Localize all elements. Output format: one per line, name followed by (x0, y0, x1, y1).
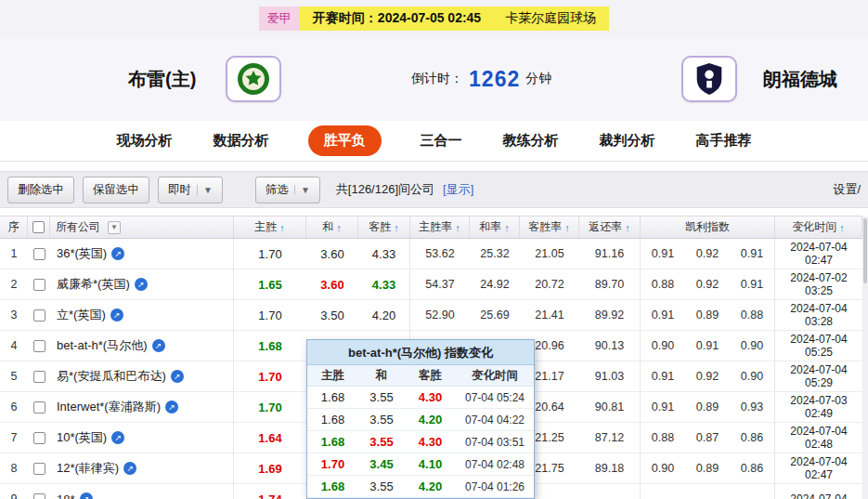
popup-away-odds: 4.30 (405, 387, 456, 408)
home-rate: 54.37 (410, 269, 470, 299)
row-index: 3 (0, 300, 28, 330)
settings-link[interactable]: 设置/ (833, 181, 861, 198)
keep-selected-button[interactable]: 保留选中 (83, 177, 149, 204)
filter-dropdown[interactable]: 筛选 ▼ (255, 177, 320, 204)
company-name[interactable]: Interwet*(塞浦路斯) (57, 399, 161, 415)
home-odds: 1.65 (234, 269, 306, 299)
odds-trend-icon[interactable]: ↗ (110, 309, 123, 322)
scrollbar-thumb[interactable] (863, 218, 867, 283)
change-time: 2024-07-0302:49 (775, 392, 862, 422)
col-home-rate[interactable]: 主胜率↑ (410, 217, 470, 238)
col-away-rate[interactable]: 客胜率↑ (520, 217, 579, 238)
row-index: 4 (0, 331, 28, 361)
col-away-odds[interactable]: 客胜↑ (358, 217, 410, 238)
row-index: 5 (0, 361, 28, 391)
return-rate: 90.13 (579, 331, 641, 361)
return-rate: 91.16 (579, 239, 641, 269)
odds-trend-icon[interactable]: ↗ (111, 431, 124, 444)
row-index: 1 (0, 239, 28, 269)
row-index: 6 (0, 392, 28, 422)
tab-win-draw-lose[interactable]: 胜平负 (308, 125, 382, 156)
tab-data-analysis[interactable]: 数据分析 (212, 125, 271, 156)
draw-rate: 25.32 (470, 239, 520, 269)
row-checkbox[interactable] (33, 432, 45, 444)
return-rate: 91.03 (579, 361, 641, 391)
sort-asc-icon: ↑ (625, 222, 630, 233)
kelly-home: 0.90 (641, 331, 685, 361)
table-row[interactable]: 3 立*(英国)↗ 1.70 3.50 4.20 52.90 25.69 21.… (0, 300, 862, 331)
row-checkbox[interactable] (33, 463, 45, 475)
popup-away-odds: 4.10 (405, 453, 456, 475)
tab-coach-analysis[interactable]: 教练分析 (501, 125, 561, 156)
popup-change-time: 07-04 05:24 (456, 387, 534, 408)
company-name[interactable]: 18* (57, 492, 75, 499)
company-name[interactable]: 易*(安提瓜和巴布达) (57, 368, 166, 385)
kelly-home: 0.91 (641, 239, 685, 269)
row-index: 9 (0, 484, 28, 499)
toolbar: 删除选中 保留选中 即时 ▼ 筛选 ▼ 共[126/126]间公司 [显示] 设… (0, 171, 868, 208)
tab-expert-picks[interactable]: 高手推荐 (694, 125, 754, 156)
instant-dropdown[interactable]: 即时 ▼ (158, 177, 223, 204)
tab-three-in-one[interactable]: 三合一 (419, 125, 464, 156)
show-link[interactable]: [显示] (443, 181, 473, 198)
row-checkbox[interactable] (33, 309, 45, 322)
delete-selected-button[interactable]: 删除选中 (7, 177, 74, 204)
home-odds: 1.70 (234, 239, 306, 269)
odds-trend-icon[interactable]: ↗ (135, 278, 148, 291)
col-draw-odds[interactable]: 和↑ (306, 217, 358, 238)
tab-live-analysis[interactable]: 现场分析 (115, 125, 175, 156)
odds-trend-icon[interactable]: ↗ (123, 462, 136, 475)
row-checkbox[interactable] (33, 493, 45, 499)
kelly-away: 0.88 (730, 300, 775, 330)
away-team-name: 朗福德城 (763, 67, 837, 92)
kelly-home: 0.88 (641, 423, 685, 453)
col-draw-rate[interactable]: 和率↑ (470, 217, 520, 238)
kelly-home: 0.91 (641, 361, 685, 391)
countdown-label: 倒计时： (411, 71, 463, 87)
row-checkbox[interactable] (33, 248, 45, 260)
company-name[interactable]: 10*(英国) (57, 429, 107, 446)
return-rate: 89.18 (579, 453, 641, 483)
col-return-rate[interactable]: 返还率↑ (579, 217, 641, 238)
company-name[interactable]: bet-at-h*(马尔他) (57, 337, 148, 354)
kelly-away: 0.91 (730, 239, 775, 269)
odds-trend-icon[interactable]: ↗ (165, 401, 178, 414)
company-name[interactable]: 36*(英国) (57, 245, 107, 262)
company-name[interactable]: 威廉希*(英国) (57, 276, 130, 293)
popup-change-time: 07-04 01:26 (456, 476, 534, 497)
col-kelly-index[interactable]: 凯利指数 (641, 217, 775, 238)
select-all-checkbox[interactable] (32, 221, 45, 233)
popup-col-time: 变化时间 (456, 365, 534, 386)
odds-trend-icon[interactable]: ↗ (171, 370, 184, 383)
home-odds: 1.70 (234, 361, 306, 391)
odds-trend-icon[interactable]: ↗ (152, 339, 165, 352)
vertical-scrollbar[interactable] (862, 217, 868, 499)
popup-row: 1.68 3.55 4.30 07-04 05:24 (307, 387, 534, 409)
row-checkbox[interactable] (33, 401, 45, 414)
col-company[interactable]: 所有公司▼ (50, 217, 234, 238)
match-header: 布雷(主) 倒计时： 1262 分钟 朗福德城 (0, 37, 868, 121)
popup-draw-odds: 3.55 (358, 387, 405, 408)
company-filter-icon[interactable]: ▼ (108, 221, 121, 234)
odds-trend-icon[interactable]: ↗ (111, 247, 124, 260)
kelly-away: 0.93 (730, 392, 775, 422)
home-odds: 1.69 (234, 453, 306, 483)
home-odds: 1.74 (234, 484, 306, 499)
col-change-time[interactable]: 变化时间↑ (775, 217, 862, 238)
countdown-value: 1262 (469, 67, 520, 92)
row-checkbox[interactable] (33, 371, 45, 383)
away-team-logo (681, 56, 737, 102)
row-checkbox[interactable] (33, 340, 45, 352)
table-row[interactable]: 1 36*(英国)↗ 1.70 3.60 4.33 53.62 25.32 21… (0, 239, 862, 269)
company-name[interactable]: 12*(菲律宾) (57, 460, 119, 477)
home-team-logo (226, 56, 281, 102)
row-checkbox[interactable] (33, 279, 45, 291)
company-name[interactable]: 立*(英国) (57, 307, 106, 323)
col-home-odds[interactable]: 主胜↑ (234, 217, 306, 238)
odds-trend-icon[interactable]: ↗ (80, 492, 93, 499)
tab-referee-analysis[interactable]: 裁判分析 (598, 125, 657, 156)
league-badge[interactable]: 爱甲 (259, 7, 300, 31)
draw-rate: 24.92 (470, 269, 520, 299)
table-row[interactable]: 2 威廉希*(英国)↗ 1.65 3.60 4.33 54.37 24.92 2… (0, 269, 862, 300)
kelly-home: 0.91 (641, 300, 685, 330)
